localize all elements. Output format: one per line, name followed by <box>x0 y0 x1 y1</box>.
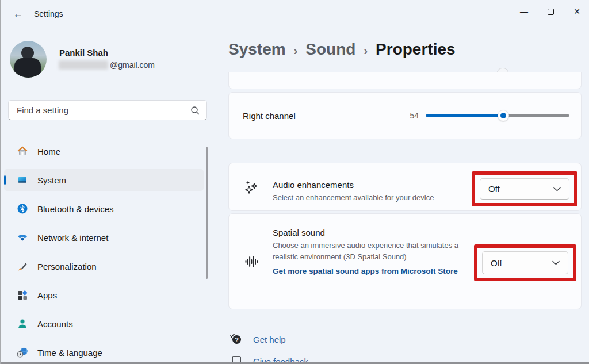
search-icon[interactable] <box>190 106 200 115</box>
slider-fill <box>426 114 503 117</box>
clipped-card <box>228 72 582 89</box>
close-icon: ✕ <box>573 7 580 16</box>
breadcrumb-system[interactable]: System <box>228 40 286 59</box>
sidebar-item-network-internet[interactable]: Network & internet <box>4 227 204 248</box>
breadcrumb-separator: › <box>294 44 298 58</box>
right-channel-slider[interactable] <box>426 114 569 117</box>
audio-enhancements-title: Audio enhancements <box>273 180 434 190</box>
avatar[interactable] <box>10 41 47 78</box>
search-input[interactable] <box>16 105 190 116</box>
spatial-sound-dropdown[interactable]: Off <box>482 251 568 274</box>
sidebar-item-time-language[interactable]: Time & language <box>4 342 204 363</box>
audio-enhancements-dropdown[interactable]: Off <box>480 178 569 200</box>
minimize-button[interactable]: — <box>511 0 537 23</box>
get-help-link[interactable]: ? Get help <box>229 332 286 346</box>
dropdown-value: Off <box>488 184 553 194</box>
spatial-sound-description: Choose an immersive audio experience tha… <box>273 240 464 262</box>
audio-enhancements-icon <box>245 180 258 195</box>
personalization-icon <box>17 260 28 272</box>
sidebar-item-label: Accounts <box>37 319 73 329</box>
user-email: @gmail.com <box>59 60 155 70</box>
bluetooth-icon <box>17 203 28 214</box>
breadcrumb-sound[interactable]: Sound <box>305 40 355 59</box>
chevron-down-icon <box>552 260 560 265</box>
right-channel-value: 54 <box>410 111 419 120</box>
sidebar-item-label: System <box>37 175 66 185</box>
breadcrumb-separator: › <box>364 44 368 58</box>
selected-accent-bar <box>4 175 6 185</box>
user-name: Pankil Shah <box>59 48 108 58</box>
apps-icon <box>17 289 28 301</box>
chevron-down-icon <box>553 187 561 191</box>
email-blurred-part <box>59 60 108 70</box>
slider-thumb[interactable] <box>498 110 509 121</box>
app-title: Settings <box>34 9 63 18</box>
sidebar-item-label: Network & internet <box>37 233 108 243</box>
sidebar-item-apps[interactable]: Apps <box>4 284 204 306</box>
get-help-label: Get help <box>253 335 286 344</box>
sidebar-item-system[interactable]: System <box>4 169 204 191</box>
sidebar-item-bluetooth-devices[interactable]: Bluetooth & devices <box>4 198 204 220</box>
close-button[interactable]: ✕ <box>564 0 589 23</box>
avatar-photo <box>21 47 34 59</box>
back-arrow-icon: ← <box>13 8 23 20</box>
right-channel-label: Right channel <box>243 111 296 121</box>
maximize-icon <box>548 9 554 15</box>
maximize-button[interactable] <box>537 0 564 23</box>
sidebar-item-label: Personalization <box>37 262 97 271</box>
title-bar: ← Settings — ✕ <box>1 0 589 28</box>
spatial-sound-title: Spatial sound <box>273 228 464 237</box>
window-controls: — ✕ <box>511 0 589 23</box>
right-channel-card: Right channel 54 <box>228 92 582 139</box>
spatial-sound-icon <box>245 255 258 269</box>
home-icon <box>17 145 28 157</box>
dropdown-value: Off <box>491 258 552 268</box>
time-language-icon <box>17 347 28 358</box>
email-suffix: @gmail.com <box>110 60 155 70</box>
minimize-icon: — <box>520 7 528 16</box>
sidebar-item-home[interactable]: Home <box>4 140 204 162</box>
sidebar-scrollbar[interactable] <box>206 147 208 279</box>
sidebar-item-label: Bluetooth & devices <box>37 204 114 214</box>
sidebar-item-label: Apps <box>37 290 57 300</box>
breadcrumb: System › Sound › Properties <box>228 40 456 59</box>
svg-text:?: ? <box>235 336 239 343</box>
sidebar-item-label: Home <box>37 147 60 156</box>
search-box <box>8 100 207 120</box>
back-button[interactable]: ← <box>8 6 28 22</box>
network-icon <box>17 232 28 243</box>
get-help-icon: ? <box>229 332 243 346</box>
accounts-icon <box>17 318 28 329</box>
sidebar-item-personalization[interactable]: Personalization <box>4 255 204 277</box>
spatial-sound-store-link[interactable]: Get more spatial sound apps from Microso… <box>273 266 464 277</box>
sidebar-item-accounts[interactable]: Accounts <box>4 313 204 335</box>
system-icon <box>17 174 28 186</box>
settings-window: ← Settings — ✕ Pankil Shah @gmail.com Ho… <box>0 0 589 364</box>
audio-enhancements-description: Select an enhancement available for your… <box>273 192 434 204</box>
sidebar-item-label: Time & language <box>37 348 102 358</box>
breadcrumb-properties: Properties <box>376 40 456 59</box>
